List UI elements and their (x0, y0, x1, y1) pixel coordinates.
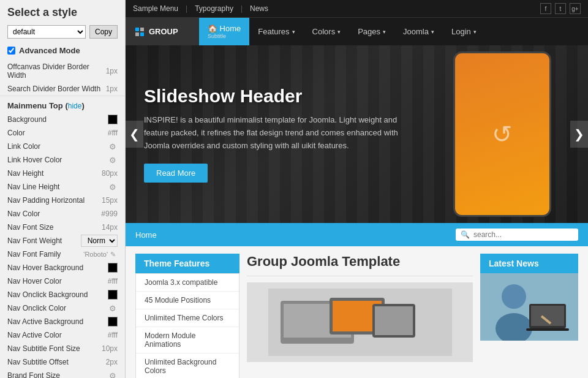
brand-font-size-label: Brand Font Size (7, 371, 108, 378)
nav-item-joomla[interactable]: Joomla ▾ (394, 18, 443, 45)
top-nav-sample-menu[interactable]: Sample Menu (133, 4, 178, 13)
prop-nav-line-height: Nav Line Height ⚙ (0, 180, 125, 194)
prop-nav-font-family: Nav Font Family 'Roboto' ✎ (0, 248, 125, 261)
feature-item-2: 45 Module Positions (136, 292, 239, 309)
twitter-icon[interactable]: t (555, 3, 566, 14)
hero-title: Slideshow Header (144, 86, 401, 107)
center-divider (247, 276, 473, 276)
top-nav-news[interactable]: News (250, 4, 268, 13)
search-box: 🔍 (456, 229, 578, 241)
style-select[interactable]: default (7, 25, 86, 39)
login-caret-icon: ▾ (473, 29, 477, 35)
colors-caret-icon: ▾ (337, 29, 341, 35)
right-panel: Sample Menu | Typography | News f t g+ G… (126, 0, 588, 378)
advanced-mode-checkbox[interactable] (7, 47, 15, 55)
nav-item-login[interactable]: Login ▾ (443, 18, 485, 45)
nav-bar: GROUP 🏠 Home Subtitle Features ▾ Colors … (126, 17, 588, 45)
sep1: | (186, 4, 187, 13)
prop-nav-font-size: Nav Font Size 14px (0, 221, 125, 234)
top-bar-nav: Sample Menu | Typography | News (133, 4, 268, 13)
feature-item-1: Joomla 3.x compatible (136, 274, 239, 292)
hero-section: ↺ Slideshow Header INSPIRE! is a beautif… (126, 45, 588, 223)
hero-content: Slideshow Header INSPIRE! is a beautiful… (126, 86, 420, 182)
nav-font-family-label: Nav Font Family (7, 250, 83, 259)
hero-phone-screen: ↺ (455, 53, 549, 215)
top-bar: Sample Menu | Typography | News f t g+ (126, 0, 588, 17)
nav-height-value: 80px (102, 169, 118, 178)
color-label: Color (7, 129, 108, 137)
hero-read-more-button[interactable]: Read More (144, 164, 208, 183)
prop-nav-hover-bg: Nav Hover Background (0, 261, 125, 274)
nav-home-label: 🏠 Home (208, 24, 241, 33)
nav-font-size-value: 14px (102, 223, 118, 232)
nav-active-bg-swatch[interactable] (108, 317, 118, 327)
nav-hover-color-label: Nav Hover Color (7, 277, 108, 285)
nav-hover-color-value: #fff (108, 277, 118, 285)
nav-colors-label: Colors (312, 27, 336, 36)
copy-button[interactable]: Copy (89, 25, 118, 39)
search-input[interactable] (473, 230, 573, 239)
content-center: Group Joomla Template (247, 254, 473, 371)
nav-onclick-color-gear-icon[interactable]: ⚙ (108, 303, 118, 313)
prop-nav-subtitle-offset: Nav Subtitle Offset 2px (0, 355, 125, 369)
brand-font-size-gear-icon[interactable]: ⚙ (108, 371, 118, 378)
svg-rect-6 (375, 306, 413, 335)
hero-description: INSPIRE! is a beautiful minimalist templ… (144, 114, 401, 152)
style-selector-row: default Copy (0, 23, 125, 43)
svg-rect-12 (526, 328, 569, 331)
googleplus-icon[interactable]: g+ (570, 3, 581, 14)
news-svg (480, 273, 578, 341)
prop-nav-onclick-color: Nav Onclick Color ⚙ (0, 301, 125, 315)
prop-link-hover-color: Link Hover Color ⚙ (0, 153, 125, 167)
content-right: Latest News (480, 254, 578, 371)
nav-item-home[interactable]: 🏠 Home Subtitle (199, 18, 249, 45)
feature-item-3: Unlimited Theme Colors (136, 309, 239, 327)
center-image (247, 282, 473, 362)
search-divider-value: 1px (106, 85, 118, 93)
link-color-gear-icon[interactable]: ⚙ (108, 142, 118, 151)
link-hover-label: Link Hover Color (7, 156, 108, 164)
mainmenu-top-section-header: Mainmenu Top (hide) (0, 96, 125, 113)
offcanvas-label: Offcanvas Divider Border Width (7, 62, 106, 80)
nav-font-weight-select[interactable]: Norm (81, 235, 118, 247)
nav-links: 🏠 Home Subtitle Features ▾ Colors ▾ Page… (199, 18, 588, 45)
nav-color-label: Nav Color (7, 210, 101, 218)
prop-color: Color #fff (0, 126, 125, 140)
link-color-label: Link Color (7, 142, 108, 151)
breadcrumb: Home (135, 230, 157, 240)
feature-item-5: Unlimited Background Colors (136, 353, 239, 378)
mainmenu-hide-link[interactable]: hide (68, 102, 82, 110)
nav-active-color-value: #fff (108, 331, 118, 339)
facebook-icon[interactable]: f (540, 3, 551, 14)
nav-active-bg-label: Nav Active Background (7, 317, 108, 326)
nav-font-family-gear-icon[interactable]: ✎ (108, 249, 118, 259)
theme-features-header: Theme Features (135, 254, 239, 273)
nav-pages-label: Pages (358, 27, 380, 36)
nav-font-size-label: Nav Font Size (7, 223, 102, 232)
news-image-placeholder (480, 273, 578, 341)
top-nav-typography[interactable]: Typography (195, 4, 233, 13)
content-left: Theme Features Joomla 3.x compatible 45 … (135, 254, 239, 371)
prop-nav-active-color: Nav Active Color #fff (0, 328, 125, 342)
link-hover-gear-icon[interactable]: ⚙ (108, 155, 118, 165)
nav-line-height-gear-icon[interactable]: ⚙ (108, 182, 118, 192)
nav-item-colors[interactable]: Colors ▾ (304, 18, 350, 45)
offcanvas-divider-row: Offcanvas Divider Border Width 1px (0, 60, 125, 82)
nav-item-features[interactable]: Features ▾ (249, 18, 303, 45)
prop-nav-font-weight: Nav Font Weight Norm (0, 234, 125, 248)
hero-phone: ↺ (453, 51, 551, 217)
background-swatch[interactable] (108, 115, 118, 124)
logo-text: GROUP (149, 27, 178, 36)
prop-nav-padding-horiz: Nav Padding Horizontal 15px (0, 194, 125, 207)
nav-active-color-label: Nav Active Color (7, 331, 108, 339)
hero-prev-arrow[interactable]: ❮ (126, 121, 143, 148)
feature-item-4: Modern Module Animations (136, 327, 239, 353)
nav-onclick-bg-swatch[interactable] (108, 290, 118, 300)
hero-next-arrow[interactable]: ❯ (570, 121, 588, 148)
nav-logo[interactable]: GROUP (126, 18, 199, 45)
search-icon: 🔍 (461, 230, 470, 239)
nav-hover-bg-swatch[interactable] (108, 263, 118, 273)
nav-item-pages[interactable]: Pages ▾ (349, 18, 394, 45)
nav-onclick-color-label: Nav Onclick Color (7, 304, 108, 312)
panel-title: Select a style (0, 0, 125, 23)
